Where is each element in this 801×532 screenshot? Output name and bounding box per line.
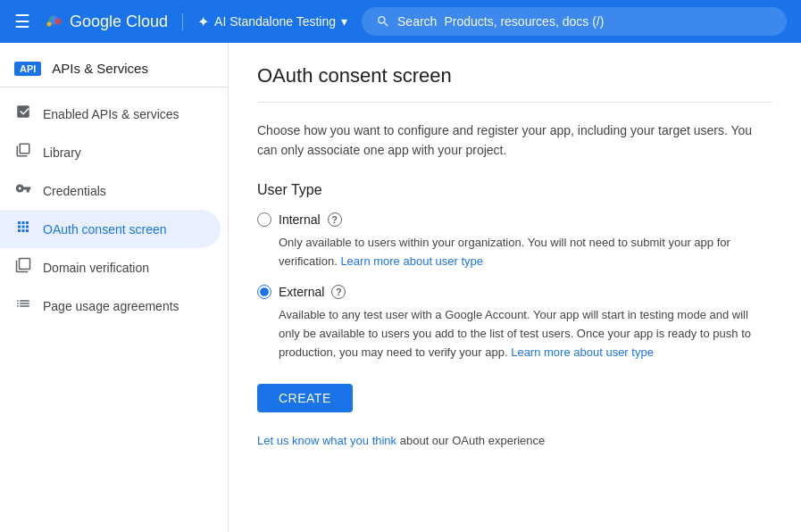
radio-external-label[interactable]: External [279, 285, 324, 299]
sidebar-item-library[interactable]: Library [0, 133, 221, 171]
project-dropdown-icon: ▾ [341, 14, 347, 29]
svg-point-1 [47, 22, 52, 27]
api-badge: API [14, 62, 41, 76]
create-button[interactable]: CREATE [257, 384, 353, 412]
main-content: OAuth consent screen Choose how you want… [229, 43, 801, 532]
google-cloud-logo: Google Cloud [45, 12, 168, 31]
oauth-icon [14, 219, 32, 239]
search-icon [376, 14, 390, 29]
internal-learn-more-link[interactable]: Learn more about user type [340, 254, 483, 268]
page-usage-icon [14, 295, 32, 316]
sidebar-item-enabled-label: Enabled APIs & services [43, 107, 179, 121]
library-icon [14, 142, 32, 162]
user-type-label: User Type [257, 182, 772, 198]
sidebar-item-page-usage[interactable]: Page usage agreements [0, 287, 221, 325]
footer-feedback: Let us know what you think about our OAu… [257, 434, 772, 447]
project-icon: ✦ [197, 13, 209, 30]
description-text: Choose how you want to configure and reg… [257, 121, 772, 161]
google-cloud-label: Google Cloud [70, 12, 168, 31]
radio-internal-description: Only available to users within your orga… [279, 234, 772, 271]
sidebar-title: APIs & Services [52, 61, 148, 76]
main-layout: API APIs & Services Enabled APIs & servi… [0, 43, 801, 532]
feedback-link[interactable]: Let us know what you think [257, 434, 396, 447]
user-type-section: User Type Internal ? Only available to u… [257, 182, 772, 362]
sidebar-header: API APIs & Services [0, 50, 228, 87]
radio-row-external: External ? [257, 285, 772, 299]
topbar: ☰ Google Cloud ✦ AI Standalone Testing ▾… [0, 0, 801, 43]
search-bar[interactable]: Search Products, resources, docs (/) [362, 7, 787, 36]
domain-icon [14, 257, 32, 278]
radio-external-description: Available to any test user with a Google… [279, 306, 772, 362]
sidebar-item-page-usage-label: Page usage agreements [43, 299, 179, 313]
sidebar: API APIs & Services Enabled APIs & servi… [0, 43, 229, 532]
radio-group: Internal ? Only available to users withi… [257, 212, 772, 362]
radio-option-external: External ? Available to any test user wi… [257, 285, 772, 362]
enabled-icon [14, 104, 32, 124]
radio-row-internal: Internal ? [257, 212, 772, 227]
page-title: OAuth consent screen [257, 64, 772, 103]
footer-after-text: about our OAuth experience [396, 434, 545, 447]
menu-icon[interactable]: ☰ [14, 11, 30, 32]
sidebar-item-oauth[interactable]: OAuth consent screen [0, 210, 221, 248]
credentials-icon [14, 180, 32, 201]
sidebar-item-oauth-label: OAuth consent screen [43, 222, 167, 237]
svg-point-0 [55, 19, 62, 25]
external-help-icon[interactable]: ? [331, 285, 346, 299]
sidebar-item-domain-label: Domain verification [43, 261, 149, 275]
sidebar-item-enabled[interactable]: Enabled APIs & services [0, 95, 221, 133]
sidebar-item-credentials[interactable]: Credentials [0, 171, 221, 210]
radio-internal-label[interactable]: Internal [279, 212, 321, 227]
radio-external[interactable] [257, 285, 271, 299]
sidebar-item-domain[interactable]: Domain verification [0, 248, 221, 287]
sidebar-item-library-label: Library [43, 145, 81, 160]
search-label: Search [397, 14, 437, 29]
sidebar-item-credentials-label: Credentials [43, 184, 106, 198]
project-name: AI Standalone Testing [214, 14, 336, 29]
search-placeholder: Products, resources, docs (/) [444, 14, 604, 29]
radio-option-internal: Internal ? Only available to users withi… [257, 212, 772, 271]
external-learn-more-link[interactable]: Learn more about user type [511, 345, 654, 359]
radio-internal[interactable] [257, 212, 271, 227]
cloud-logo-icon [45, 12, 63, 30]
internal-help-icon[interactable]: ? [328, 212, 342, 227]
project-selector[interactable]: ✦ AI Standalone Testing ▾ [182, 13, 347, 30]
